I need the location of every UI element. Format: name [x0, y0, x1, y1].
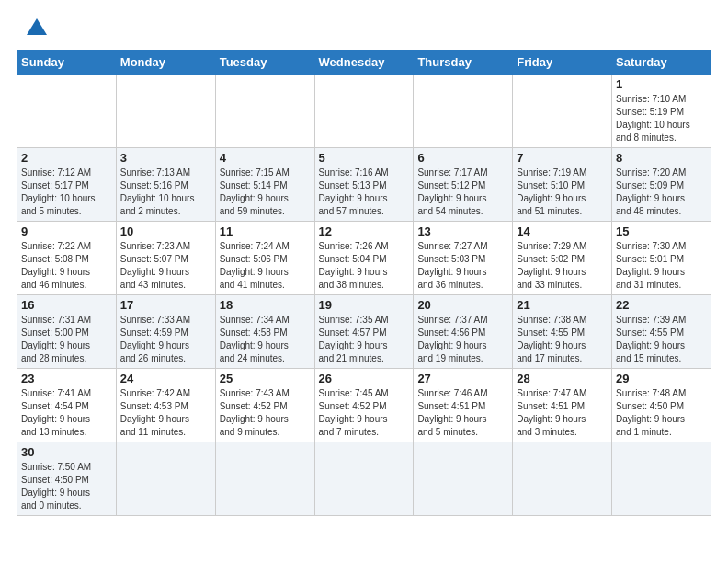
day-info: Sunrise: 7:22 AM Sunset: 5:08 PM Dayligh…	[21, 240, 112, 292]
weekday-header: Sunday	[17, 51, 117, 75]
calendar-cell: 22Sunrise: 7:39 AM Sunset: 4:55 PM Dayli…	[612, 295, 711, 369]
calendar-cell	[215, 75, 314, 148]
calendar-cell: 13Sunrise: 7:27 AM Sunset: 5:03 PM Dayli…	[414, 222, 513, 295]
calendar-cell: 30Sunrise: 7:50 AM Sunset: 4:50 PM Dayli…	[17, 442, 117, 516]
calendar-cell: 24Sunrise: 7:42 AM Sunset: 4:53 PM Dayli…	[116, 369, 215, 442]
day-info: Sunrise: 7:19 AM Sunset: 5:10 PM Dayligh…	[517, 167, 608, 218]
day-info: Sunrise: 7:33 AM Sunset: 4:59 PM Dayligh…	[120, 314, 211, 365]
day-number: 10	[120, 224, 211, 238]
calendar-header-row: SundayMondayTuesdayWednesdayThursdayFrid…	[17, 51, 711, 75]
calendar-cell	[116, 442, 215, 516]
day-info: Sunrise: 7:46 AM Sunset: 4:51 PM Dayligh…	[417, 387, 508, 439]
calendar-cell: 11Sunrise: 7:24 AM Sunset: 5:06 PM Dayli…	[215, 222, 314, 295]
day-number: 28	[517, 372, 608, 385]
weekday-header: Thursday	[414, 51, 513, 75]
day-number: 3	[120, 151, 211, 165]
day-number: 18	[220, 298, 311, 312]
calendar-cell: 3Sunrise: 7:13 AM Sunset: 5:16 PM Daylig…	[116, 148, 215, 222]
day-number: 5	[319, 151, 410, 165]
calendar-week-row: 1Sunrise: 7:10 AM Sunset: 5:19 PM Daylig…	[17, 75, 711, 148]
calendar-cell: 25Sunrise: 7:43 AM Sunset: 4:52 PM Dayli…	[215, 369, 314, 442]
logo	[17, 17, 47, 40]
day-number: 23	[21, 372, 112, 385]
day-info: Sunrise: 7:24 AM Sunset: 5:06 PM Dayligh…	[220, 240, 311, 292]
calendar-cell: 12Sunrise: 7:26 AM Sunset: 5:04 PM Dayli…	[314, 222, 414, 295]
day-info: Sunrise: 7:29 AM Sunset: 5:02 PM Dayligh…	[517, 240, 608, 292]
day-info: Sunrise: 7:31 AM Sunset: 5:00 PM Dayligh…	[21, 314, 112, 365]
day-number: 27	[417, 372, 508, 385]
day-number: 21	[517, 298, 608, 312]
page: SundayMondayTuesdayWednesdayThursdayFrid…	[0, 0, 728, 563]
day-number: 8	[616, 151, 707, 165]
calendar-cell: 1Sunrise: 7:10 AM Sunset: 5:19 PM Daylig…	[612, 75, 711, 148]
weekday-header: Friday	[513, 51, 612, 75]
calendar-cell	[314, 442, 414, 516]
calendar-cell	[513, 442, 612, 516]
day-number: 15	[616, 224, 707, 238]
day-info: Sunrise: 7:39 AM Sunset: 4:55 PM Dayligh…	[616, 314, 707, 365]
calendar-cell: 16Sunrise: 7:31 AM Sunset: 5:00 PM Dayli…	[17, 295, 117, 369]
calendar-cell: 23Sunrise: 7:41 AM Sunset: 4:54 PM Dayli…	[17, 369, 117, 442]
calendar-cell: 4Sunrise: 7:15 AM Sunset: 5:14 PM Daylig…	[215, 148, 314, 222]
day-number: 25	[220, 372, 311, 385]
calendar-cell: 9Sunrise: 7:22 AM Sunset: 5:08 PM Daylig…	[17, 222, 117, 295]
day-number: 13	[417, 224, 508, 238]
day-number: 9	[21, 224, 112, 238]
day-info: Sunrise: 7:26 AM Sunset: 5:04 PM Dayligh…	[319, 240, 410, 292]
day-info: Sunrise: 7:37 AM Sunset: 4:56 PM Dayligh…	[417, 314, 508, 365]
calendar-cell: 2Sunrise: 7:12 AM Sunset: 5:17 PM Daylig…	[17, 148, 117, 222]
calendar-cell	[414, 75, 513, 148]
calendar-cell: 14Sunrise: 7:29 AM Sunset: 5:02 PM Dayli…	[513, 222, 612, 295]
day-info: Sunrise: 7:13 AM Sunset: 5:16 PM Dayligh…	[120, 167, 211, 218]
day-info: Sunrise: 7:16 AM Sunset: 5:13 PM Dayligh…	[319, 167, 410, 218]
day-number: 30	[21, 445, 112, 459]
calendar-cell: 19Sunrise: 7:35 AM Sunset: 4:57 PM Dayli…	[314, 295, 414, 369]
day-info: Sunrise: 7:30 AM Sunset: 5:01 PM Dayligh…	[616, 240, 707, 292]
day-info: Sunrise: 7:34 AM Sunset: 4:58 PM Dayligh…	[220, 314, 311, 365]
day-number: 22	[616, 298, 707, 312]
day-info: Sunrise: 7:10 AM Sunset: 5:19 PM Dayligh…	[616, 93, 707, 144]
day-number: 14	[517, 224, 608, 238]
day-info: Sunrise: 7:38 AM Sunset: 4:55 PM Dayligh…	[517, 314, 608, 365]
calendar-cell: 5Sunrise: 7:16 AM Sunset: 5:13 PM Daylig…	[314, 148, 414, 222]
header	[17, 17, 711, 40]
day-number: 17	[120, 298, 211, 312]
day-info: Sunrise: 7:12 AM Sunset: 5:17 PM Dayligh…	[21, 167, 112, 218]
weekday-header: Wednesday	[314, 51, 414, 75]
day-info: Sunrise: 7:20 AM Sunset: 5:09 PM Dayligh…	[616, 167, 707, 218]
calendar-cell	[612, 442, 711, 516]
day-info: Sunrise: 7:48 AM Sunset: 4:50 PM Dayligh…	[616, 387, 707, 439]
calendar-cell: 15Sunrise: 7:30 AM Sunset: 5:01 PM Dayli…	[612, 222, 711, 295]
calendar-cell: 20Sunrise: 7:37 AM Sunset: 4:56 PM Dayli…	[414, 295, 513, 369]
calendar-cell: 26Sunrise: 7:45 AM Sunset: 4:52 PM Dayli…	[314, 369, 414, 442]
calendar-week-row: 23Sunrise: 7:41 AM Sunset: 4:54 PM Dayli…	[17, 369, 711, 442]
day-number: 20	[417, 298, 508, 312]
weekday-header: Saturday	[612, 51, 711, 75]
calendar-cell	[215, 442, 314, 516]
day-number: 7	[517, 151, 608, 165]
day-number: 16	[21, 298, 112, 312]
weekday-header: Monday	[116, 51, 215, 75]
calendar-cell	[513, 75, 612, 148]
calendar-cell: 17Sunrise: 7:33 AM Sunset: 4:59 PM Dayli…	[116, 295, 215, 369]
day-number: 29	[616, 372, 707, 385]
calendar-cell: 27Sunrise: 7:46 AM Sunset: 4:51 PM Dayli…	[414, 369, 513, 442]
calendar-cell: 28Sunrise: 7:47 AM Sunset: 4:51 PM Dayli…	[513, 369, 612, 442]
logo-icon	[27, 17, 47, 37]
day-info: Sunrise: 7:15 AM Sunset: 5:14 PM Dayligh…	[220, 167, 311, 218]
day-info: Sunrise: 7:23 AM Sunset: 5:07 PM Dayligh…	[120, 240, 211, 292]
day-number: 24	[120, 372, 211, 385]
calendar-cell: 10Sunrise: 7:23 AM Sunset: 5:07 PM Dayli…	[116, 222, 215, 295]
svg-marker-0	[27, 18, 47, 35]
day-info: Sunrise: 7:43 AM Sunset: 4:52 PM Dayligh…	[220, 387, 311, 439]
day-number: 6	[417, 151, 508, 165]
day-number: 12	[319, 224, 410, 238]
day-info: Sunrise: 7:35 AM Sunset: 4:57 PM Dayligh…	[319, 314, 410, 365]
day-number: 11	[220, 224, 311, 238]
calendar-cell	[414, 442, 513, 516]
calendar-cell: 21Sunrise: 7:38 AM Sunset: 4:55 PM Dayli…	[513, 295, 612, 369]
calendar-cell: 7Sunrise: 7:19 AM Sunset: 5:10 PM Daylig…	[513, 148, 612, 222]
day-info: Sunrise: 7:27 AM Sunset: 5:03 PM Dayligh…	[417, 240, 508, 292]
day-number: 19	[319, 298, 410, 312]
calendar-cell	[17, 75, 117, 148]
